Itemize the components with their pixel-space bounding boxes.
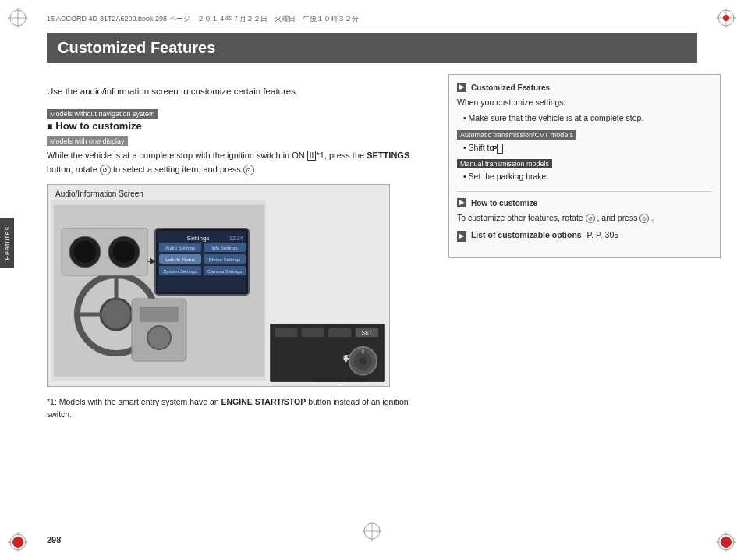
models-label-2: Models with one display bbox=[47, 135, 429, 149]
corner-top-left bbox=[6, 6, 30, 30]
bottom-center-mark bbox=[361, 520, 383, 544]
svg-point-17 bbox=[101, 299, 132, 330]
ref-symbol-2: ▶ bbox=[457, 198, 466, 207]
sidebar-section2-title: ▶ How to customize bbox=[457, 198, 712, 207]
auto-label-wrapper: Automatic transmission/CVT models bbox=[457, 128, 712, 142]
models-label-1: Models without navigation system bbox=[47, 108, 429, 120]
corner-bottom-left bbox=[6, 530, 30, 554]
top-bar: 15 ACCORD 4D-31T2A6200.book 298 ページ ２０１４… bbox=[47, 14, 697, 27]
main-content: Use the audio/information screen to cust… bbox=[47, 74, 429, 521]
svg-rect-55 bbox=[362, 349, 363, 355]
footnote: *1: Models with the smart entry system h… bbox=[47, 396, 429, 421]
svg-rect-28 bbox=[140, 307, 179, 322]
right-sidebar: ▶ Customized Features When you customize… bbox=[448, 74, 721, 521]
section-heading: How to customize bbox=[47, 120, 429, 132]
svg-rect-49 bbox=[328, 328, 352, 338]
settings-button-label: SETTINGS Button bbox=[313, 377, 366, 384]
rotate-icon-sidebar: ↺ bbox=[586, 214, 595, 223]
sidebar-box: ▶ Customized Features When you customize… bbox=[448, 74, 721, 258]
car-svg: Settings 12:34 Audio Settings Info Setti… bbox=[54, 205, 264, 377]
page-number: 298 bbox=[47, 535, 61, 544]
button-area: SET bbox=[270, 324, 385, 382]
list-page: P. P. 305 bbox=[587, 230, 619, 239]
svg-text:Settings: Settings bbox=[186, 235, 209, 242]
press-icon-sidebar: ⊙ bbox=[639, 214, 649, 223]
p-box: P bbox=[497, 144, 503, 154]
svg-text:12:34: 12:34 bbox=[229, 236, 243, 241]
svg-text:Audio Settings: Audio Settings bbox=[165, 246, 195, 250]
svg-point-14 bbox=[721, 537, 732, 548]
image-label-top: Audio/Information Screen bbox=[55, 190, 143, 198]
sidebar-divider bbox=[457, 191, 712, 192]
ref-icon-list: ▶ bbox=[457, 231, 466, 242]
car-interior-illustration: Settings 12:34 Audio Settings Info Setti… bbox=[51, 200, 266, 381]
sidebar-when-text: When you customize settings: bbox=[457, 97, 712, 109]
svg-point-26 bbox=[113, 241, 135, 263]
svg-text:Info Settings: Info Settings bbox=[211, 246, 237, 250]
svg-text:Phone Settings: Phone Settings bbox=[208, 257, 240, 262]
svg-point-6 bbox=[723, 15, 729, 21]
svg-point-54 bbox=[359, 357, 367, 365]
manual-label-wrapper: Manual transmission models bbox=[457, 157, 712, 171]
page-title: Customized Features bbox=[58, 39, 686, 57]
features-tab: Features bbox=[0, 218, 14, 268]
svg-text:Vehicle Status: Vehicle Status bbox=[165, 257, 194, 262]
settings-button-svg: SET bbox=[271, 324, 384, 382]
list-link[interactable]: List of customizable options bbox=[471, 230, 584, 239]
svg-rect-29 bbox=[147, 326, 171, 349]
corner-bottom-right bbox=[714, 530, 738, 554]
svg-point-10 bbox=[12, 537, 23, 548]
intro-text: Use the audio/information screen to cust… bbox=[47, 85, 429, 98]
sidebar-bullet-stop: • Make sure that the vehicle is at a com… bbox=[463, 112, 712, 125]
corner-top-right bbox=[714, 6, 738, 30]
svg-point-24 bbox=[74, 241, 96, 263]
sidebar-bullet-shift: • Shift to P. bbox=[463, 142, 712, 154]
ignition-symbol: II bbox=[307, 151, 317, 161]
sidebar-section-2: ▶ How to customize To customize other fe… bbox=[457, 198, 712, 242]
manual-label: Manual transmission models bbox=[457, 159, 552, 168]
auto-label: Automatic transmission/CVT models bbox=[457, 130, 576, 140]
rotate-symbol: ↺ bbox=[100, 165, 111, 175]
sidebar-section-1: ▶ Customized Features When you customize… bbox=[457, 83, 712, 183]
svg-rect-47 bbox=[275, 328, 298, 338]
body-text: While the vehicle is at a complete stop … bbox=[47, 149, 429, 176]
sidebar-list-ref: ▶ List of customizable options P. P. 305 bbox=[457, 229, 712, 242]
crosshair-svg bbox=[361, 520, 383, 542]
svg-text:System Settings: System Settings bbox=[163, 269, 197, 274]
ref-symbol-1: ▶ bbox=[457, 83, 466, 92]
page-header: Customized Features bbox=[47, 33, 697, 63]
svg-text:Camera Settings: Camera Settings bbox=[207, 269, 242, 274]
svg-rect-48 bbox=[301, 328, 324, 338]
how-to-text: To customize other features, rotate ↺ , … bbox=[457, 212, 712, 225]
sidebar-section1-title: ▶ Customized Features bbox=[457, 83, 712, 92]
sidebar-bullet-brake: • Set the parking brake. bbox=[463, 171, 712, 183]
svg-text:SET: SET bbox=[362, 331, 373, 336]
press-symbol: ⊙ bbox=[243, 165, 254, 175]
top-bar-text: 15 ACCORD 4D-31T2A6200.book 298 ページ ２０１４… bbox=[47, 14, 359, 24]
image-area: Audio/Information Screen bbox=[47, 184, 390, 387]
